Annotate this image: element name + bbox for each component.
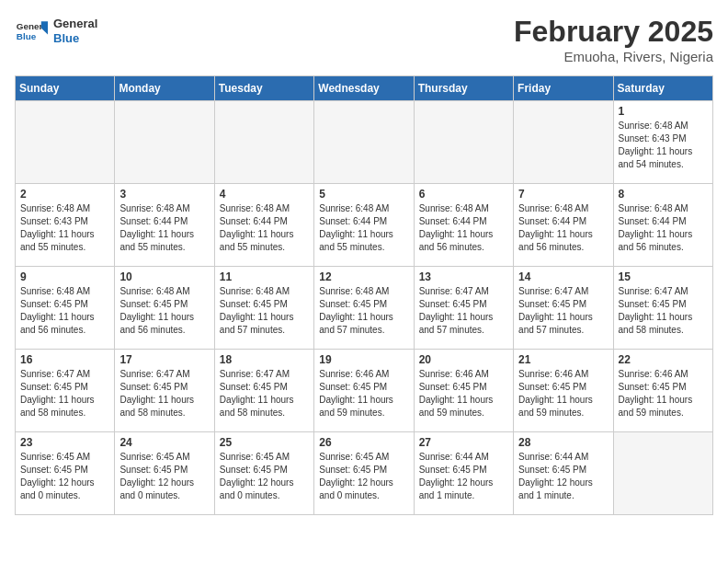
calendar-table: Sunday Monday Tuesday Wednesday Thursday… bbox=[15, 75, 713, 515]
day-number: 21 bbox=[518, 353, 608, 366]
day-info: Sunrise: 6:48 AM Sunset: 6:45 PM Dayligh… bbox=[319, 285, 408, 337]
day-info: Sunrise: 6:45 AM Sunset: 6:45 PM Dayligh… bbox=[119, 451, 209, 502]
day-info: Sunrise: 6:48 AM Sunset: 6:43 PM Dayligh… bbox=[619, 120, 708, 171]
day-info: Sunrise: 6:46 AM Sunset: 6:45 PM Dayligh… bbox=[319, 368, 408, 419]
day-number: 16 bbox=[20, 353, 109, 366]
day-info: Sunrise: 6:48 AM Sunset: 6:44 PM Dayligh… bbox=[419, 202, 508, 254]
calendar-cell: 25 Sunrise: 6:45 AM Sunset: 6:45 PM Dayl… bbox=[214, 432, 313, 515]
day-number: 22 bbox=[619, 353, 708, 366]
logo-text-blue: Blue bbox=[53, 31, 97, 46]
day-number: 1 bbox=[619, 105, 708, 118]
day-number: 17 bbox=[119, 353, 209, 366]
calendar-cell bbox=[414, 101, 513, 184]
day-number: 5 bbox=[319, 188, 408, 201]
logo-text-general: General bbox=[53, 17, 97, 30]
day-number: 28 bbox=[518, 436, 608, 449]
day-info: Sunrise: 6:47 AM Sunset: 6:45 PM Dayligh… bbox=[518, 285, 608, 337]
calendar-cell: 14 Sunrise: 6:47 AM Sunset: 6:45 PM Dayl… bbox=[514, 267, 613, 350]
calendar-cell: 2 Sunrise: 6:48 AM Sunset: 6:43 PM Dayli… bbox=[16, 184, 115, 267]
svg-text:Blue: Blue bbox=[17, 31, 37, 41]
calendar-cell: 9 Sunrise: 6:48 AM Sunset: 6:45 PM Dayli… bbox=[16, 267, 115, 350]
day-info: Sunrise: 6:46 AM Sunset: 6:45 PM Dayligh… bbox=[518, 368, 608, 419]
day-number: 13 bbox=[419, 270, 508, 283]
calendar-week-4: 16 Sunrise: 6:47 AM Sunset: 6:45 PM Dayl… bbox=[16, 350, 713, 432]
calendar-cell: 17 Sunrise: 6:47 AM Sunset: 6:45 PM Dayl… bbox=[115, 350, 214, 432]
calendar-cell: 21 Sunrise: 6:46 AM Sunset: 6:45 PM Dayl… bbox=[514, 350, 613, 432]
day-info: Sunrise: 6:46 AM Sunset: 6:45 PM Dayligh… bbox=[419, 368, 508, 419]
day-info: Sunrise: 6:46 AM Sunset: 6:45 PM Dayligh… bbox=[619, 368, 708, 419]
calendar-cell: 15 Sunrise: 6:47 AM Sunset: 6:45 PM Dayl… bbox=[613, 267, 712, 350]
header-wednesday: Wednesday bbox=[314, 76, 414, 101]
day-number: 15 bbox=[619, 270, 708, 283]
calendar-cell: 19 Sunrise: 6:46 AM Sunset: 6:45 PM Dayl… bbox=[314, 350, 414, 432]
header-tuesday: Tuesday bbox=[214, 76, 313, 101]
header: General Blue General Blue February 2025 … bbox=[15, 15, 713, 64]
day-number: 8 bbox=[619, 188, 708, 201]
day-info: Sunrise: 6:47 AM Sunset: 6:45 PM Dayligh… bbox=[220, 368, 309, 419]
calendar-cell: 12 Sunrise: 6:48 AM Sunset: 6:45 PM Dayl… bbox=[314, 267, 414, 350]
calendar-cell: 24 Sunrise: 6:45 AM Sunset: 6:45 PM Dayl… bbox=[115, 432, 214, 515]
day-number: 27 bbox=[419, 436, 508, 449]
day-info: Sunrise: 6:48 AM Sunset: 6:44 PM Dayligh… bbox=[619, 202, 708, 254]
calendar-cell bbox=[514, 101, 613, 184]
day-info: Sunrise: 6:48 AM Sunset: 6:44 PM Dayligh… bbox=[119, 202, 209, 254]
header-monday: Monday bbox=[115, 76, 214, 101]
logo-icon: General Blue bbox=[15, 15, 48, 48]
svg-marker-2 bbox=[41, 21, 48, 34]
day-info: Sunrise: 6:45 AM Sunset: 6:45 PM Dayligh… bbox=[20, 451, 109, 502]
calendar-cell: 16 Sunrise: 6:47 AM Sunset: 6:45 PM Dayl… bbox=[16, 350, 115, 432]
day-number: 11 bbox=[220, 270, 309, 283]
calendar-cell bbox=[214, 101, 313, 184]
day-number: 3 bbox=[119, 188, 209, 201]
day-number: 14 bbox=[518, 270, 608, 283]
calendar-cell: 8 Sunrise: 6:48 AM Sunset: 6:44 PM Dayli… bbox=[613, 184, 712, 267]
day-info: Sunrise: 6:48 AM Sunset: 6:45 PM Dayligh… bbox=[119, 285, 209, 337]
calendar-cell: 10 Sunrise: 6:48 AM Sunset: 6:45 PM Dayl… bbox=[115, 267, 214, 350]
logo: General Blue General Blue bbox=[15, 15, 97, 48]
day-info: Sunrise: 6:48 AM Sunset: 6:45 PM Dayligh… bbox=[220, 285, 309, 337]
day-info: Sunrise: 6:45 AM Sunset: 6:45 PM Dayligh… bbox=[220, 451, 309, 502]
calendar-cell bbox=[314, 101, 414, 184]
day-info: Sunrise: 6:48 AM Sunset: 6:44 PM Dayligh… bbox=[220, 202, 309, 254]
calendar-cell: 28 Sunrise: 6:44 AM Sunset: 6:45 PM Dayl… bbox=[514, 432, 613, 515]
calendar-cell: 6 Sunrise: 6:48 AM Sunset: 6:44 PM Dayli… bbox=[414, 184, 513, 267]
header-saturday: Saturday bbox=[613, 76, 712, 101]
calendar-cell: 18 Sunrise: 6:47 AM Sunset: 6:45 PM Dayl… bbox=[214, 350, 313, 432]
day-info: Sunrise: 6:44 AM Sunset: 6:45 PM Dayligh… bbox=[518, 451, 608, 502]
calendar-cell: 26 Sunrise: 6:45 AM Sunset: 6:45 PM Dayl… bbox=[314, 432, 414, 515]
day-number: 7 bbox=[518, 188, 608, 201]
day-number: 4 bbox=[220, 188, 309, 201]
header-friday: Friday bbox=[514, 76, 613, 101]
day-number: 18 bbox=[220, 353, 309, 366]
calendar-cell bbox=[115, 101, 214, 184]
day-number: 6 bbox=[419, 188, 508, 201]
day-info: Sunrise: 6:45 AM Sunset: 6:45 PM Dayligh… bbox=[319, 451, 408, 502]
calendar-cell bbox=[613, 432, 712, 515]
day-number: 9 bbox=[20, 270, 109, 283]
calendar-cell bbox=[16, 101, 115, 184]
calendar-cell: 3 Sunrise: 6:48 AM Sunset: 6:44 PM Dayli… bbox=[115, 184, 214, 267]
header-sunday: Sunday bbox=[16, 76, 115, 101]
day-info: Sunrise: 6:48 AM Sunset: 6:44 PM Dayligh… bbox=[319, 202, 408, 254]
day-number: 25 bbox=[220, 436, 309, 449]
day-number: 24 bbox=[119, 436, 209, 449]
day-info: Sunrise: 6:48 AM Sunset: 6:43 PM Dayligh… bbox=[20, 202, 109, 254]
calendar-cell: 1 Sunrise: 6:48 AM Sunset: 6:43 PM Dayli… bbox=[613, 101, 712, 184]
calendar-cell: 7 Sunrise: 6:48 AM Sunset: 6:44 PM Dayli… bbox=[514, 184, 613, 267]
day-number: 19 bbox=[319, 353, 408, 366]
day-info: Sunrise: 6:48 AM Sunset: 6:45 PM Dayligh… bbox=[20, 285, 109, 337]
calendar-cell: 22 Sunrise: 6:46 AM Sunset: 6:45 PM Dayl… bbox=[613, 350, 712, 432]
day-number: 12 bbox=[319, 270, 408, 283]
day-info: Sunrise: 6:47 AM Sunset: 6:45 PM Dayligh… bbox=[419, 285, 508, 337]
calendar-cell: 20 Sunrise: 6:46 AM Sunset: 6:45 PM Dayl… bbox=[414, 350, 513, 432]
day-info: Sunrise: 6:48 AM Sunset: 6:44 PM Dayligh… bbox=[518, 202, 608, 254]
calendar-week-1: 1 Sunrise: 6:48 AM Sunset: 6:43 PM Dayli… bbox=[16, 101, 713, 184]
calendar-cell: 23 Sunrise: 6:45 AM Sunset: 6:45 PM Dayl… bbox=[16, 432, 115, 515]
day-number: 20 bbox=[419, 353, 508, 366]
day-number: 10 bbox=[119, 270, 209, 283]
calendar-week-2: 2 Sunrise: 6:48 AM Sunset: 6:43 PM Dayli… bbox=[16, 184, 713, 267]
day-info: Sunrise: 6:44 AM Sunset: 6:45 PM Dayligh… bbox=[419, 451, 508, 502]
location: Emuoha, Rivers, Nigeria bbox=[514, 49, 713, 64]
calendar-cell: 27 Sunrise: 6:44 AM Sunset: 6:45 PM Dayl… bbox=[414, 432, 513, 515]
calendar-cell: 5 Sunrise: 6:48 AM Sunset: 6:44 PM Dayli… bbox=[314, 184, 414, 267]
